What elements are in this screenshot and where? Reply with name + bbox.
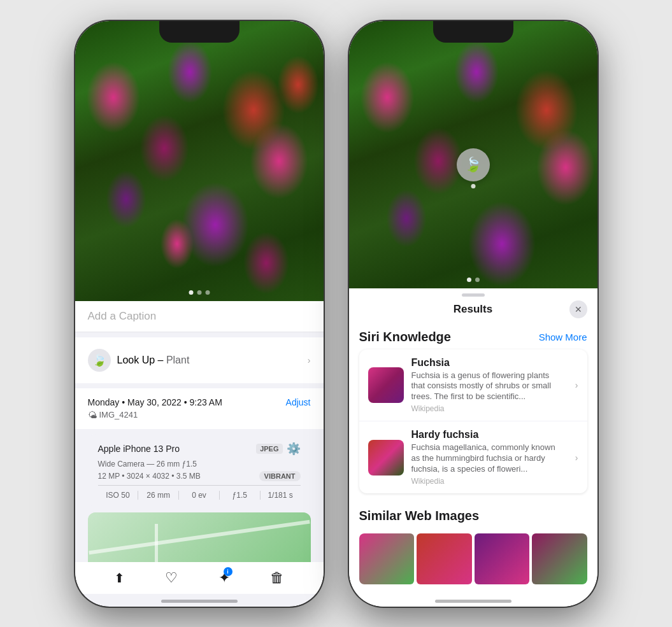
right-photo-area[interactable]: 🍃: [349, 21, 597, 288]
fuchsia-chevron-icon: ›: [575, 380, 578, 390]
caption-area[interactable]: Add a Caption: [75, 301, 324, 332]
caption-placeholder: Add a Caption: [88, 310, 157, 322]
web-image-2[interactable]: [417, 533, 472, 584]
hardy-source: Wikipedia: [411, 477, 564, 486]
meta-filename: 🌤 IMG_4241: [88, 410, 311, 420]
siri-knowledge-title: Siri Knowledge: [359, 330, 451, 344]
exif-shutter: 1/181 s: [261, 491, 301, 500]
web-image-4[interactable]: [532, 533, 587, 584]
web-images-grid: [359, 533, 587, 584]
device-section: Apple iPhone 13 Pro JPEG ⚙️ Wide Camera …: [88, 434, 311, 507]
device-badges: JPEG ⚙️: [256, 442, 300, 456]
cloud-icon: 🌤: [88, 410, 97, 420]
exif-focal: 26 mm: [138, 491, 178, 500]
web-image-3[interactable]: [475, 533, 530, 584]
knowledge-card: Fuchsia Fuchsia is a genus of flowering …: [359, 349, 587, 493]
meta-date: Monday • May 30, 2022 • 9:23 AM: [88, 397, 222, 407]
lookup-section: 🍃 Look Up – Plant ›: [75, 337, 324, 383]
web-images-section: Similar Web Images: [349, 501, 597, 592]
lookup-label: Look Up – Plant: [117, 355, 190, 366]
results-title: Results: [454, 303, 492, 316]
hardy-thumbnail: [368, 440, 404, 476]
hardy-info: Hardy fuchsia Fuchsia magellanica, commo…: [411, 429, 564, 486]
camera-details: Wide Camera — 26 mm ƒ1.5: [98, 460, 301, 468]
siri-knowledge-header: Siri Knowledge Show More: [359, 322, 587, 349]
device-header: Apple iPhone 13 Pro JPEG ⚙️: [98, 442, 301, 456]
visual-search-button[interactable]: 🍃: [457, 148, 490, 181]
info-icon[interactable]: ✦ i: [218, 570, 230, 586]
right-phone: 🍃 Results ✕ Siri Knowledge Show More: [349, 21, 597, 607]
web-image-1[interactable]: [359, 533, 415, 584]
page-dot-3: [205, 290, 210, 295]
map-section[interactable]: [88, 512, 311, 570]
lookup-row[interactable]: 🍃 Look Up – Plant ›: [88, 346, 311, 374]
exif-aperture: ƒ1.5: [220, 491, 260, 500]
camera-icon: ⚙️: [287, 442, 301, 456]
siri-knowledge-section: Siri Knowledge Show More Fuchsia Fuchsia…: [349, 322, 597, 501]
device-name: Apple iPhone 13 Pro: [98, 444, 180, 454]
specs-row: 12 MP • 3024 × 4032 • 3.5 MB VIBRANT: [98, 471, 301, 481]
page-dot-2: [197, 290, 201, 295]
results-header: Results ✕: [349, 297, 597, 322]
meta-row: Monday • May 30, 2022 • 9:23 AM Adjust: [88, 397, 311, 407]
right-page-dot-2: [475, 278, 480, 282]
fuchsia-description: Fuchsia is a genus of flowering plants t…: [411, 370, 564, 403]
map-bg: [88, 512, 311, 570]
web-images-title: Similar Web Images: [359, 509, 480, 523]
hardy-description: Fuchsia magellanica, commonly known as t…: [411, 442, 564, 475]
knowledge-item-fuchsia[interactable]: Fuchsia Fuchsia is a genus of flowering …: [359, 349, 587, 422]
hardy-chevron-icon: ›: [575, 453, 578, 463]
left-phone: Add a Caption 🍃 Look Up – Plant › Monday…: [75, 21, 324, 607]
fuchsia-name: Fuchsia: [411, 357, 564, 369]
share-icon[interactable]: ⬆: [114, 570, 125, 586]
meta-section: Monday • May 30, 2022 • 9:23 AM Adjust 🌤…: [75, 388, 324, 429]
page-dot-1: [189, 290, 193, 295]
lookup-icon: 🍃: [88, 349, 111, 372]
specs-value: 12 MP • 3024 × 4032 • 3.5 MB: [98, 472, 201, 481]
photo-area[interactable]: [75, 21, 324, 301]
close-button[interactable]: ✕: [569, 300, 587, 318]
vibrant-badge: VIBRANT: [259, 471, 301, 481]
fuchsia-info: Fuchsia Fuchsia is a genus of flowering …: [411, 357, 564, 414]
trash-icon[interactable]: 🗑: [270, 570, 284, 586]
adjust-button[interactable]: Adjust: [286, 397, 311, 407]
jpeg-badge: JPEG: [256, 444, 282, 454]
info-badge: i: [224, 567, 232, 576]
fuchsia-source: Wikipedia: [411, 404, 564, 413]
hardy-name: Hardy fuchsia: [411, 429, 564, 440]
home-indicator: [161, 600, 238, 603]
heart-icon[interactable]: ♡: [165, 570, 178, 586]
bottom-toolbar: ⬆ ♡ ✦ i 🗑: [75, 562, 324, 594]
right-home-indicator: [435, 600, 511, 603]
visual-search-dot: [471, 184, 475, 188]
exif-iso: ISO 50: [98, 491, 138, 500]
web-images-header: Similar Web Images: [359, 501, 587, 528]
right-page-indicator: [467, 278, 480, 282]
page-indicator: [189, 290, 210, 295]
show-more-button[interactable]: Show More: [539, 332, 587, 342]
fuchsia-thumbnail: [368, 367, 404, 403]
knowledge-item-hardy[interactable]: Hardy fuchsia Fuchsia magellanica, commo…: [359, 421, 587, 493]
exif-ev: 0 ev: [179, 491, 219, 500]
exif-row: ISO 50 26 mm 0 ev ƒ1.5 1/181 s: [98, 485, 301, 500]
right-page-dot-1: [467, 278, 471, 282]
lookup-chevron-icon: ›: [308, 355, 311, 365]
results-sheet: Results ✕ Siri Knowledge Show More Fuchs…: [349, 288, 597, 607]
